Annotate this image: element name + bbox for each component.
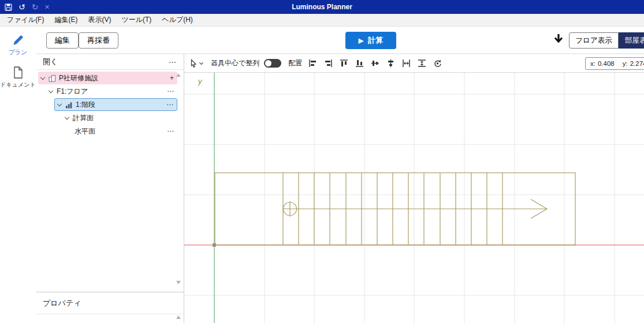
renumber-button[interactable]: 再採番 — [79, 32, 118, 49]
toggle-knob — [265, 60, 271, 66]
tree-body: P社研修施設 + F1:フロア ⋯ 1:階段 ⋯ — [36, 70, 184, 138]
rail-item-document[interactable]: ドキュメント — [0, 66, 35, 89]
properties-header: プロパティ — [36, 292, 184, 314]
fixture-align-label: 器具中心で整列 — [211, 58, 259, 68]
chevron-down-icon[interactable] — [57, 102, 62, 106]
canvas-area: 器具中心で整列 配置 x: 0.408 y: 2.274 — [184, 54, 644, 323]
cursor-icon — [189, 59, 198, 68]
window-title: Luminous Planner — [0, 3, 644, 11]
menu-file[interactable]: ファイル(F) — [2, 13, 49, 27]
tree-item-label: 水平面 — [75, 127, 95, 136]
chevron-down-icon[interactable] — [65, 115, 69, 120]
stairs-icon — [65, 101, 73, 109]
distribute-vertical-icon[interactable] — [417, 58, 427, 68]
rail-plan-label: プラン — [9, 49, 27, 57]
coord-y-label: y: — [623, 60, 628, 67]
left-rail: プラン ドキュメント — [0, 27, 36, 323]
menu-view[interactable]: 表示(V) — [83, 13, 116, 27]
coord-x-label: x: — [590, 60, 595, 67]
menubar: ファイル(F) 編集(E) 表示(V) ツール(T) ヘルプ(H) — [0, 14, 644, 27]
document-icon — [12, 66, 24, 79]
drawing-canvas[interactable]: y — [184, 73, 644, 323]
chevron-down-icon[interactable] — [40, 75, 45, 80]
rail-item-plan[interactable]: プラン — [9, 34, 27, 57]
scroll-up-icon[interactable] — [176, 73, 181, 77]
main-toolbar: 編集 再採番 ▶ 計算 フロア表示 部屋表示 — [36, 27, 644, 54]
project-tree-panel: 開く ⋯ P社研修施設 + F1:フロア ⋯ — [36, 54, 184, 323]
align-center-icon[interactable] — [386, 58, 396, 68]
menu-help[interactable]: ヘルプ(H) — [157, 13, 198, 27]
align-top-icon[interactable] — [339, 58, 349, 68]
tree-item-label: F1:フロア — [57, 87, 88, 96]
play-icon: ▶ — [359, 37, 363, 44]
distribute-horizontal-icon[interactable] — [401, 58, 411, 68]
rail-document-label: ドキュメント — [0, 81, 35, 89]
align-middle-icon[interactable] — [370, 58, 380, 68]
tree-item-label: 1:階段 — [76, 100, 95, 110]
alignment-icons — [308, 58, 442, 68]
tree-row-horizontal-plane[interactable]: 水平面 ⋯ — [36, 125, 184, 138]
tree-item-label: 計算面 — [73, 113, 94, 123]
chevron-down-icon[interactable] — [49, 88, 53, 93]
tree-row-site[interactable]: P社研修施設 + — [36, 72, 184, 84]
rotate-icon[interactable] — [433, 58, 442, 68]
building-icon — [49, 75, 56, 82]
add-button[interactable]: + — [170, 74, 174, 82]
download-arrow-icon[interactable] — [553, 33, 564, 46]
calculate-label: 計算 — [368, 35, 383, 46]
floor-view-button[interactable]: フロア表示 — [569, 32, 619, 49]
open-button[interactable]: 開く — [43, 57, 58, 67]
canvas-toolbar: 器具中心で整列 配置 x: 0.408 y: 2.274 — [184, 54, 644, 73]
align-right-icon[interactable] — [323, 58, 333, 68]
menu-tools[interactable]: ツール(T) — [116, 13, 157, 27]
align-bottom-icon[interactable] — [355, 58, 364, 68]
more-icon[interactable]: ⋯ — [167, 87, 174, 95]
chevron-down-icon — [199, 61, 203, 65]
y-axis-label: y — [198, 77, 203, 86]
fixture-align-toggle[interactable] — [264, 59, 281, 68]
menu-edit[interactable]: 編集(E) — [49, 13, 83, 27]
select-tool-dropdown[interactable] — [189, 59, 203, 68]
align-left-icon[interactable] — [308, 58, 318, 68]
more-icon[interactable]: ⋯ — [167, 127, 174, 135]
tree-row-calc-surface[interactable]: 計算面 — [36, 112, 184, 124]
staircase-drawing[interactable] — [215, 173, 575, 245]
properties-section: プロパティ — [36, 292, 184, 314]
room-view-button[interactable]: 部屋表示 — [619, 32, 644, 49]
drawing-surface[interactable]: y — [184, 73, 644, 323]
tree-header: 開く ⋯ — [36, 54, 184, 70]
coord-x-value: 0.408 — [598, 60, 615, 67]
tree-item-label: P社研修施設 — [59, 73, 98, 83]
calculate-button[interactable]: ▶ 計算 — [345, 32, 396, 49]
coord-y-value: 2.274 — [630, 60, 644, 67]
scroll-down-icon[interactable] — [176, 281, 181, 284]
pencil-icon — [12, 34, 25, 47]
tree-row-stairs[interactable]: 1:階段 ⋯ — [36, 98, 184, 111]
save-icon[interactable] — [5, 3, 12, 11]
close-icon[interactable]: × — [44, 3, 49, 11]
undo-icon[interactable]: ↺ — [18, 3, 25, 11]
placement-label: 配置 — [288, 58, 302, 68]
tree-row-floor[interactable]: F1:フロア ⋯ — [36, 85, 184, 98]
more-icon[interactable]: ⋯ — [166, 101, 174, 109]
coordinate-readout: x: 0.408 y: 2.274 — [585, 57, 644, 70]
titlebar: ↺ ↻ × Luminous Planner — [0, 0, 644, 14]
redo-icon[interactable]: ↻ — [32, 3, 39, 11]
edit-button[interactable]: 編集 — [46, 32, 79, 49]
more-icon[interactable]: ⋯ — [169, 58, 177, 66]
scroll-up-icon[interactable] — [176, 315, 181, 319]
